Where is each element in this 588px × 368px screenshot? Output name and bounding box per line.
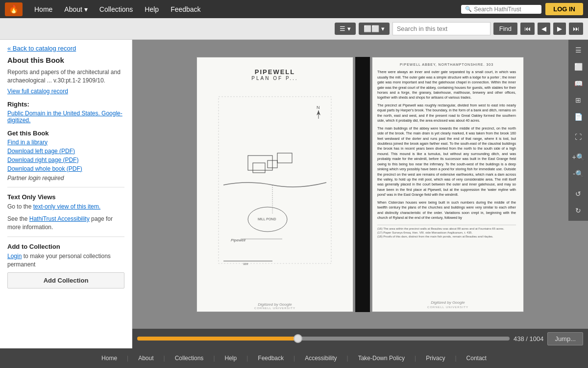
footer-collections[interactable]: Collections [175,355,204,362]
two-page-icon-btn[interactable]: ⬜ [570,59,587,74]
right-page-p4: When Cistercian houses were being built … [377,200,516,221]
text-only-title: Text Only Views [7,193,124,201]
nav-last-button[interactable]: ⏭ [569,23,583,35]
rights-link[interactable]: Public Domain in the United States. Goog… [7,110,124,124]
text-only-desc: Go to the text-only view of this item. [7,203,124,211]
nav-search-input[interactable] [474,6,538,13]
layout-menu-button[interactable]: ☰ ▾ [335,23,356,35]
grid-icon-btn[interactable]: ⊞ [570,93,587,107]
progress-fill [137,337,297,341]
footer-help[interactable]: Help [225,355,237,362]
left-page-title: PIPEWELL [204,68,345,76]
add-collection-desc-text: to make your personal collections perman… [7,253,111,268]
nav-first-button[interactable]: ⏮ [520,23,535,35]
fullscreen-icon-btn[interactable]: ⛶ [570,130,587,144]
footer-divider-2: | [164,355,165,362]
right-page-p3: The main buildings of the abbey were tow… [377,126,516,198]
progress-thumb[interactable] [294,334,302,343]
footer-accessibility[interactable]: Accessibility [305,355,337,362]
add-collection-title: Add to Collection [7,243,124,250]
svg-text:Pipewell: Pipewell [231,238,245,242]
binding-band [355,57,370,312]
right-page-p1: There were always an inner and outer gat… [377,70,516,101]
top-nav: 🔥 Home About ▾ Collections Help Feedback… [0,0,588,18]
right-page: PIPEWELL ABBEY, NORTHAMPTONSHIRE. 303 Th… [372,57,524,312]
view-catalog-link[interactable]: View full catalog record [7,88,124,95]
two-page-icon: ⬜⬜ [364,25,379,32]
book-icon-btn[interactable]: 📖 [570,76,587,91]
left-page-footer: Digitized by Google CORNELL UNIVERSITY [197,302,353,310]
right-toolbar: ☰ ⬜ 📖 ⊞ 📄 ⛶ +🔍 -🔍 ↺ ↻ [568,40,588,221]
rotate-ccw-icon-btn[interactable]: ↺ [570,186,587,201]
nav-collections[interactable]: Collections [94,5,139,13]
nav-help[interactable]: Help [139,5,165,13]
text-only-desc-text: Go to the [7,203,31,210]
menu-icon-btn[interactable]: ☰ [570,43,587,57]
search-icon: 🔍 [465,6,472,12]
left-page-subtitle: PLAN OF P... [204,76,345,81]
right-page-header: PIPEWELL ABBEY, NORTHAMPTONSHIRE. 303 [377,62,516,67]
right-page-footnotes: (16) The area within the precinct walls … [377,225,516,239]
nav-feedback[interactable]: Feedback [165,5,206,13]
logo-icon: 🔥 [9,4,19,14]
accessibility-desc: See the HathiTrust Accessibility page fo… [7,215,124,232]
viewer-area: PIPEWELL PLAN OF P... MILL POND [132,40,588,348]
sidebar: « Back to catalog record About this Book… [0,40,132,348]
footer-divider-8: | [455,355,456,362]
layout-menu-arrow: ▾ [347,25,351,32]
footer-divider-6: | [347,355,348,362]
partner-note: Partner login required [7,174,124,183]
add-collection-button[interactable]: Add Collection [7,272,124,289]
page-footer: Home | About | Collections | Help | Feed… [0,348,588,368]
svg-text:MILL POND: MILL POND [258,217,276,221]
svg-text:328: 328 [243,263,248,265]
login-button[interactable]: LOG IN [545,3,583,15]
nav-prev-button[interactable]: ◀ [538,23,550,35]
svg-text:N: N [317,105,320,110]
download-right-link[interactable]: Download right page (PDF) [7,157,124,163]
zoom-in-icon-btn[interactable]: +🔍 [570,150,587,164]
download-whole-link[interactable]: Download whole book (PDF) [7,165,124,172]
pages-container: PIPEWELL PLAN OF P... MILL POND [132,40,588,329]
nav-about[interactable]: About ▾ [58,5,93,13]
document-icon-btn[interactable]: 📄 [570,109,587,124]
footer-divider-4: | [246,355,248,362]
progress-track[interactable] [137,337,510,341]
nav-home[interactable]: Home [28,5,58,13]
two-page-button[interactable]: ⬜⬜ ▾ [359,23,390,35]
download-left-link[interactable]: Download left page (PDF) [7,148,124,155]
nav-search-box: 🔍 [461,5,541,14]
main-content: « Back to catalog record About this Book… [0,40,588,348]
svg-rect-5 [253,163,265,173]
find-button[interactable]: Find [493,23,517,35]
nav-next-button[interactable]: ▶ [553,23,566,35]
footer-takedown[interactable]: Take-Down Policy [358,355,405,362]
progress-label: 438 / 1004 [514,335,543,342]
viewer-toolbar: ☰ ▾ ⬜⬜ ▾ Find ⏮ ◀ ▶ ⏭ [0,18,588,40]
footer-privacy[interactable]: Privacy [426,355,445,362]
footer-divider-1: | [127,355,128,362]
find-library-link[interactable]: Find in a library [7,139,124,146]
login-link[interactable]: Login [7,253,22,260]
footer-about[interactable]: About [138,355,153,362]
book-description: Reports and papers of the architectural … [7,68,124,85]
accessibility-link[interactable]: HathiTrust Accessibility [29,215,90,222]
search-text-input[interactable] [392,22,490,35]
left-page: PIPEWELL PLAN OF P... MILL POND [196,57,353,312]
progress-bar-area: 438 / 1004 Jump... [132,329,588,348]
add-collection-desc: Login to make your personal collections … [7,252,124,269]
back-to-catalog-link[interactable]: « Back to catalog record [7,45,124,52]
rotate-cw-icon-btn[interactable]: ↻ [570,203,587,218]
svg-rect-4 [277,153,292,163]
footer-divider-5: | [294,355,295,362]
text-only-link[interactable]: text-only view of this item. [33,203,100,210]
footer-home[interactable]: Home [101,355,117,362]
zoom-out-icon-btn[interactable]: -🔍 [570,166,587,181]
footer-contact[interactable]: Contact [466,355,487,362]
menu-lines-icon: ☰ [340,25,345,32]
right-page-footer: Digitized by Google CORNELL UNIVERSITY [372,300,523,310]
footnote-1: (16) The area within the precinct walls … [377,227,516,231]
footer-feedback[interactable]: Feedback [258,355,284,362]
about-book-title: About this Book [7,56,124,64]
jump-button[interactable]: Jump... [547,332,583,345]
